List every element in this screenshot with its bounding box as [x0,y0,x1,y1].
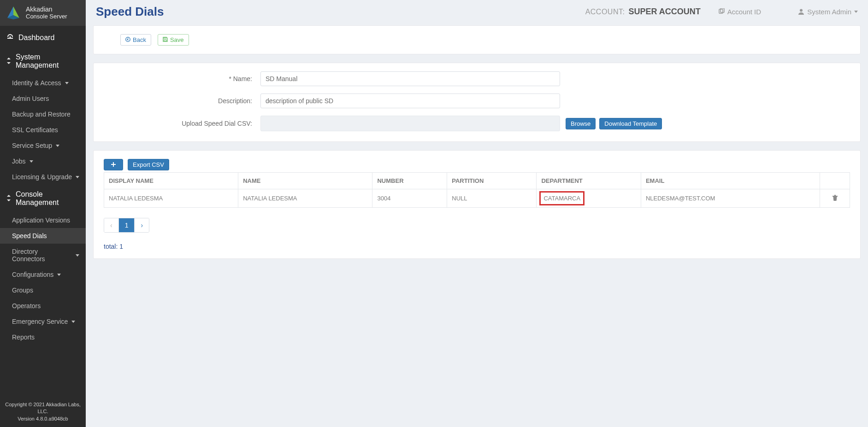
col-email[interactable]: EMAIL [641,173,820,189]
nav-item-label: Backup and Restore [12,111,71,118]
svg-point-3 [126,37,130,42]
export-csv-label: Export CSV [133,161,164,168]
back-label: Back [133,36,146,43]
col-display-name[interactable]: DISPLAY NAME [104,173,238,189]
nav-section-system-management[interactable]: System Management [0,47,86,75]
chevron-down-icon [854,11,858,13]
description-input[interactable] [260,94,560,108]
nav-item-label: Configurations [12,271,53,278]
browse-label: Browse [571,120,590,127]
col-name[interactable]: NAME [238,173,372,189]
nav-item-label: Operators [12,302,41,310]
expand-icon [6,195,11,203]
table-header-row: DISPLAY NAME NAME NUMBER PARTITION DEPAR… [104,173,850,189]
account-id-link[interactable]: Account ID [718,8,761,16]
nav-item-directory-connectors[interactable]: Directory Connectors [0,244,86,267]
cell-department[interactable]: CATAMARCA [537,189,641,208]
nav-item-label: Reports [12,333,35,341]
sidebar: Akkadian Console Server Dashboard System… [0,0,86,427]
nav-section-console-management[interactable]: Console Management [0,185,86,212]
export-csv-button[interactable]: Export CSV [128,159,169,170]
action-panel: Back Save [93,25,861,54]
footer-copyright: Copyright © 2021 Akkadian Labs, LLC. [3,401,83,415]
user-icon [798,8,804,16]
nav-item-label: Application Versions [12,216,70,224]
svg-point-2 [800,9,803,12]
col-number[interactable]: NUMBER [372,173,447,189]
description-label: Description: [104,97,260,105]
upload-file-field[interactable] [260,116,560,131]
total-count: total: 1 [104,243,850,250]
nav-item-groups[interactable]: Groups [0,282,86,298]
nav-item-identity-access[interactable]: Identity & Access [0,75,86,91]
save-button[interactable]: Save [158,34,189,46]
cell-department-value: CATAMARCA [539,191,585,205]
account-name: SUPER ACCOUNT [628,7,700,17]
nav-item-service-setup[interactable]: Service Setup [0,138,86,153]
chevron-down-icon [76,254,79,257]
nav-item-label: Directory Connectors [12,248,72,263]
col-department[interactable]: DEPARTMENT [537,173,641,189]
nav-item-label: Licensing & Upgrade [12,173,72,181]
nav-section-title: System Management [16,53,79,70]
page-prev[interactable]: ‹ [104,218,119,232]
svg-rect-7 [111,164,116,165]
page-next[interactable]: › [135,218,149,232]
nav-item-label: Jobs [12,158,26,165]
cell-name[interactable]: NATALIA LEDESMA [238,189,372,208]
chevron-down-icon [65,82,69,84]
nav-item-reports[interactable]: Reports [0,329,86,345]
nav-item-configurations[interactable]: Configurations [0,267,86,282]
upload-label: Upload Speed Dial CSV: [104,120,260,127]
svg-rect-5 [164,40,167,41]
expand-icon [6,58,11,65]
browse-button[interactable]: Browse [566,118,596,129]
plus-icon [111,162,116,168]
cell-number[interactable]: 3004 [372,189,447,208]
main: Speed Dials ACCOUNT: SUPER ACCOUNT Accou… [86,0,868,427]
nav-item-licensing-upgrade[interactable]: Licensing & Upgrade [0,169,86,185]
nav-item-admin-users[interactable]: Admin Users [0,91,86,106]
back-button[interactable]: Back [120,34,151,46]
table-row: NATALIA LEDESMA NATALIA LEDESMA 3004 NUL… [104,189,850,208]
nav-item-label: Admin Users [12,95,49,102]
nav-item-speed-dials[interactable]: Speed Dials [0,228,86,244]
form-panel: * Name: Description: Upload Speed Dial C… [93,63,861,142]
add-row-button[interactable] [104,159,123,170]
chevron-down-icon [30,160,33,163]
nav-item-backup-restore[interactable]: Backup and Restore [0,106,86,122]
delete-row-button[interactable] [832,195,838,202]
nav-item-jobs[interactable]: Jobs [0,153,86,169]
pagination: ‹ 1 › [104,218,149,233]
cell-email[interactable]: NLEDESMA@TEST.COM [641,189,820,208]
back-icon [125,37,130,43]
nav-item-operators[interactable]: Operators [0,298,86,314]
col-actions [820,173,850,189]
download-template-button[interactable]: Download Template [599,118,662,129]
nav-item-ssl-certificates[interactable]: SSL Certificates [0,122,86,138]
col-partition[interactable]: PARTITION [447,173,537,189]
save-label: Save [170,36,184,43]
nav-dashboard[interactable]: Dashboard [0,28,86,47]
svg-rect-4 [164,37,166,39]
chevron-down-icon [76,176,79,178]
brand-text: Akkadian Console Server [26,6,67,20]
nav-item-application-versions[interactable]: Application Versions [0,212,86,228]
brand-line2: Console Server [26,13,67,20]
footer-version: Version 4.8.0.a9048cb [3,415,83,422]
dashboard-icon [6,33,14,42]
user-menu[interactable]: System Admin [798,8,858,16]
cell-display-name[interactable]: NATALIA LEDESMA [104,189,238,208]
nav-item-label: Speed Dials [12,232,47,240]
nav-item-label: Emergency Service [12,318,68,325]
name-input[interactable] [260,71,560,86]
name-label: * Name: [104,75,260,82]
account-label: ACCOUNT: [585,8,625,16]
trash-icon [832,194,838,202]
nav-item-emergency-service[interactable]: Emergency Service [0,314,86,329]
page-1[interactable]: 1 [119,218,135,232]
cell-partition[interactable]: NULL [447,189,537,208]
svg-rect-9 [834,195,836,196]
download-template-label: Download Template [604,120,657,127]
brand-bar: Akkadian Console Server [0,0,86,26]
